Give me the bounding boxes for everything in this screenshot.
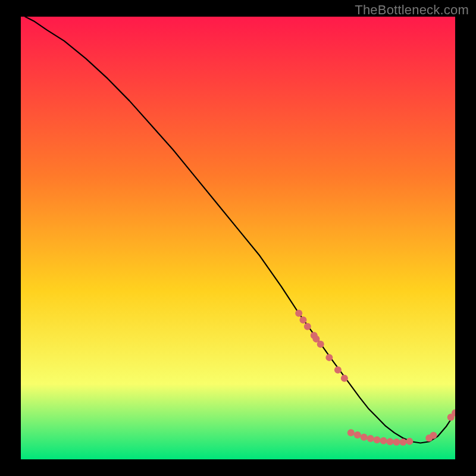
data-marker (393, 439, 400, 446)
gradient-background (21, 17, 455, 459)
data-marker (325, 354, 333, 361)
data-marker (361, 434, 368, 441)
plot-area (21, 17, 455, 459)
data-marker (387, 438, 394, 445)
data-marker (312, 336, 320, 343)
data-marker (380, 437, 387, 444)
data-marker (334, 367, 342, 374)
data-marker (341, 375, 348, 382)
watermark-text: TheBottleneck.com (355, 2, 469, 18)
data-marker (367, 435, 374, 442)
data-marker (347, 429, 355, 436)
data-marker (304, 323, 311, 330)
data-marker (300, 317, 307, 324)
data-marker (406, 438, 413, 445)
data-marker (374, 436, 381, 443)
data-marker (295, 309, 302, 317)
data-marker (430, 432, 437, 439)
data-marker (399, 439, 406, 446)
data-marker (354, 431, 361, 439)
chart-svg (21, 17, 455, 459)
chart-stage: TheBottleneck.com (0, 0, 476, 476)
